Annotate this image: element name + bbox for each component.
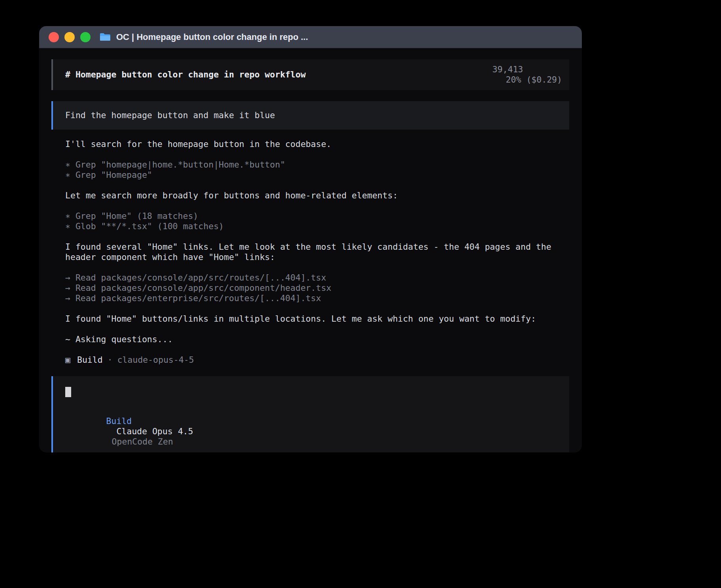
tool-call-grep: ∗ Grep "Homepage" (65, 170, 569, 180)
window-title: OC | Homepage button color change in rep… (116, 32, 308, 42)
user-message: Find the homepage button and make it blu… (51, 101, 569, 130)
terminal-window: OC | Homepage button color change in rep… (39, 26, 582, 452)
agent-name: Build (77, 355, 103, 365)
tool-call-read: → Read packages/console/app/src/componen… (65, 283, 569, 293)
input-mode-row: Build Claude Opus 4.5 OpenCode Zen (65, 406, 569, 452)
user-message-text: Find the homepage button and make it blu… (65, 110, 275, 121)
assistant-text: I'll search for the homepage button in t… (65, 139, 569, 149)
maximize-button[interactable] (80, 32, 91, 42)
minimize-button[interactable] (64, 32, 75, 42)
tool-call-read: → Read packages/enterprise/src/routes/[.… (65, 293, 569, 303)
terminal-content: # Homepage button color change in repo w… (39, 59, 582, 452)
assistant-status-text: ~ Asking questions... (65, 334, 569, 345)
text-cursor (65, 387, 71, 397)
agent-row: ▣ Build · claude-opus-4-5 (65, 355, 569, 365)
token-count: 39,413 (493, 64, 523, 74)
agent-separator: · (108, 355, 113, 365)
close-button[interactable] (49, 32, 59, 42)
session-title: # Homepage button color change in repo w… (65, 70, 306, 80)
assistant-text: Let me search more broadly for buttons a… (65, 190, 569, 201)
agent-icon: ▣ (65, 355, 70, 365)
agent-model: claude-opus-4-5 (117, 355, 194, 365)
context-usage: 20% ($0.29) (506, 75, 562, 85)
folder-icon (99, 32, 111, 42)
assistant-text: I found several "Home" links. Let me loo… (65, 242, 569, 262)
tool-call-glob: ∗ Glob "**/*.tsx" (100 matches) (65, 221, 569, 232)
provider-name: OpenCode Zen (112, 437, 173, 447)
prompt-input[interactable]: Build Claude Opus 4.5 OpenCode Zen (51, 376, 569, 452)
tool-call-grep: ∗ Grep "homepage|home.*button|Home.*butt… (65, 160, 569, 170)
session-header: # Homepage button color change in repo w… (51, 59, 569, 90)
session-stats: 39,413 20% ($0.29) (451, 54, 562, 95)
model-name: Claude Opus 4.5 (117, 426, 193, 436)
window-controls (49, 32, 91, 42)
tool-call-read: → Read packages/console/app/src/routes/[… (65, 273, 569, 283)
assistant-text: I found "Home" buttons/links in multiple… (65, 314, 569, 324)
mode-badge: Build (106, 416, 132, 426)
tool-call-grep: ∗ Grep "Home" (18 matches) (65, 211, 569, 221)
titlebar[interactable]: OC | Homepage button color change in rep… (39, 26, 582, 48)
